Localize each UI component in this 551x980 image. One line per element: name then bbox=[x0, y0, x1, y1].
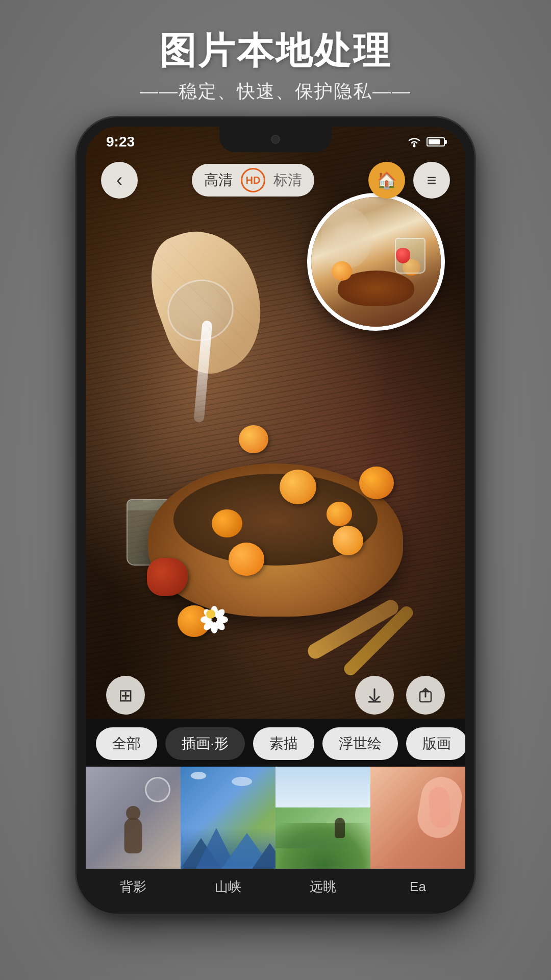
mountain-svg bbox=[181, 818, 276, 869]
style-item-yuantiao[interactable]: 远眺 bbox=[276, 767, 370, 904]
menu-button[interactable]: ≡ bbox=[413, 162, 450, 199]
style-thumb-4 bbox=[370, 767, 465, 869]
fruit-red bbox=[147, 558, 188, 596]
download-button[interactable] bbox=[355, 676, 394, 715]
star-icon: 🏠 bbox=[377, 170, 397, 190]
style-item-ea[interactable]: Ea bbox=[370, 767, 465, 904]
filter-tab-all[interactable]: 全部 bbox=[96, 727, 157, 760]
style-label-2: 山峡 bbox=[181, 869, 276, 904]
style-label-1: 背影 bbox=[86, 869, 181, 904]
figure bbox=[335, 818, 345, 838]
mag-fruit-1 bbox=[332, 261, 352, 281]
action-bar: ⊞ bbox=[86, 670, 465, 721]
filter-tab-woodblock[interactable]: 版画 bbox=[406, 727, 465, 760]
silhouette bbox=[124, 818, 142, 853]
status-icons bbox=[407, 136, 445, 148]
filter-tab-sketch[interactable]: 素描 bbox=[253, 727, 314, 760]
daisy-center bbox=[206, 609, 215, 619]
phone-frame: 9:23 bbox=[77, 117, 474, 914]
notch-camera bbox=[271, 135, 280, 144]
fruit-1 bbox=[229, 543, 264, 576]
style-thumb-2 bbox=[181, 767, 276, 869]
wifi-icon bbox=[407, 136, 421, 148]
svg-point-0 bbox=[413, 145, 416, 148]
cloud bbox=[191, 772, 206, 779]
fruit-4 bbox=[280, 470, 316, 504]
download-icon bbox=[366, 687, 383, 704]
top-bar: ‹ 高清 HD 标清 🏠 ≡ bbox=[86, 157, 465, 203]
filter-tab-ukiyo[interactable]: 浮世绘 bbox=[322, 727, 398, 760]
mag-strawberry bbox=[396, 248, 410, 263]
magnifier-content bbox=[311, 197, 441, 327]
top-right-buttons: 🏠 ≡ bbox=[368, 162, 450, 199]
style-label-4: Ea bbox=[370, 869, 465, 904]
magnifier-circle bbox=[307, 193, 445, 331]
mag-hand bbox=[321, 207, 372, 268]
filter-tabs: 全部 插画·形 素描 浮世绘 版画 水 bbox=[86, 721, 465, 767]
fruit-5 bbox=[359, 467, 394, 499]
filter-button[interactable]: ⊞ bbox=[106, 676, 145, 715]
main-image bbox=[86, 127, 465, 719]
bowl-fruit-1 bbox=[212, 509, 242, 537]
battery-icon bbox=[427, 137, 445, 146]
phone-screen: 9:23 bbox=[86, 127, 465, 904]
hills-2 bbox=[276, 818, 370, 848]
quality-toggle[interactable]: 高清 HD 标清 bbox=[192, 164, 314, 197]
style-label-3: 远眺 bbox=[276, 869, 370, 904]
share-button[interactable] bbox=[406, 676, 445, 715]
fruit-6 bbox=[239, 425, 268, 453]
quality-hd-label: 高清 bbox=[204, 170, 233, 190]
style-thumb-3 bbox=[276, 767, 370, 869]
back-icon: ‹ bbox=[116, 169, 122, 191]
cloud-2 bbox=[232, 777, 252, 786]
fruit-2 bbox=[333, 526, 363, 555]
favorite-button[interactable]: 🏠 bbox=[368, 162, 405, 199]
style-item-beying[interactable]: 背影 bbox=[86, 767, 181, 904]
figure-ea bbox=[428, 786, 452, 828]
hd-badge[interactable]: HD bbox=[241, 168, 265, 192]
phone-notch bbox=[219, 127, 332, 152]
status-time: 9:23 bbox=[106, 134, 135, 150]
sky bbox=[276, 767, 370, 807]
silhouette-head bbox=[126, 806, 140, 820]
page-title: 图片本地处理 bbox=[0, 31, 551, 71]
back-button[interactable]: ‹ bbox=[101, 162, 138, 199]
style-grid: 背影 bbox=[86, 767, 465, 904]
style-thumb-1 bbox=[86, 767, 181, 869]
quality-sd-label: 标清 bbox=[273, 170, 302, 190]
clock bbox=[145, 777, 170, 802]
action-buttons-right bbox=[355, 676, 445, 715]
bowl-fruit-2 bbox=[327, 502, 352, 526]
filter-icon: ⊞ bbox=[118, 685, 133, 705]
daisy bbox=[198, 601, 223, 627]
style-item-shanxia[interactable]: 山峡 bbox=[181, 767, 276, 904]
page-subtitle: ——稳定、快速、保护隐私—— bbox=[0, 79, 551, 104]
menu-icon: ≡ bbox=[427, 171, 437, 190]
filter-tab-illustration[interactable]: 插画·形 bbox=[165, 727, 245, 760]
title-area: 图片本地处理 ——稳定、快速、保护隐私—— bbox=[0, 31, 551, 104]
share-icon bbox=[417, 687, 434, 704]
